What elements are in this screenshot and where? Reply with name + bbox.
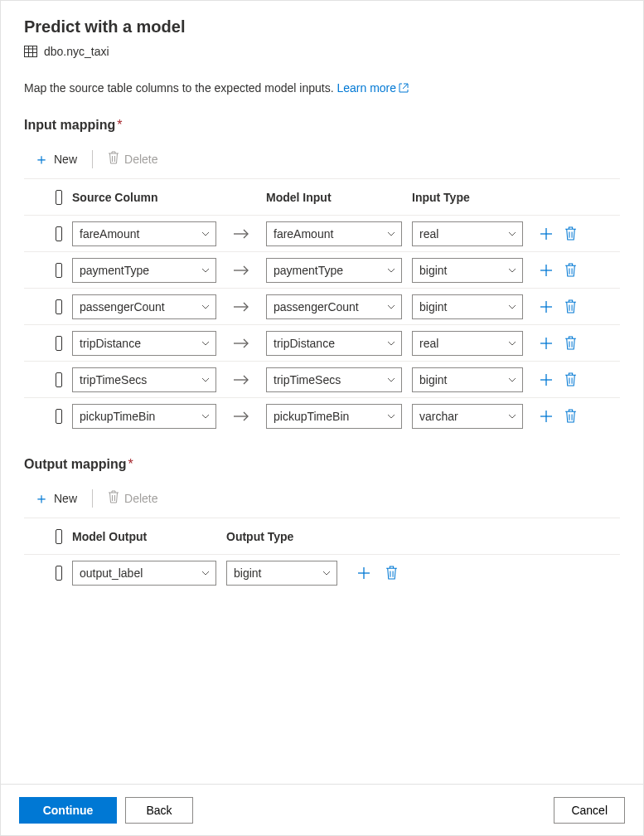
add-row-button[interactable] [540, 337, 553, 350]
input-delete-button[interactable]: Delete [101, 148, 164, 170]
table-icon [24, 46, 37, 57]
input-row: fareAmountfareAmountreal [24, 215, 620, 251]
toolbar-separator [92, 150, 93, 168]
delete-row-button[interactable] [564, 299, 577, 314]
add-row-button[interactable] [540, 410, 553, 423]
input-new-button[interactable]: ＋ New [27, 148, 84, 170]
add-row-button[interactable] [357, 566, 370, 580]
delete-row-button[interactable] [564, 226, 577, 241]
trash-icon [108, 151, 119, 167]
header-source-column: Source Column [67, 191, 221, 204]
input-type-select[interactable]: bigint [412, 258, 523, 283]
source-column-select[interactable]: pickupTimeBin [72, 404, 216, 429]
row-checkbox[interactable] [56, 409, 62, 424]
add-row-button[interactable] [540, 373, 553, 386]
model-input-select[interactable]: pickupTimeBin [266, 404, 402, 429]
model-input-select[interactable]: passengerCount [266, 294, 402, 319]
row-checkbox[interactable] [56, 263, 62, 278]
output-new-button[interactable]: ＋ New [27, 488, 84, 509]
delete-row-button[interactable] [564, 336, 577, 350]
delete-row-button[interactable] [564, 372, 577, 386]
page-title: Predict with a model [24, 17, 620, 36]
output-type-select[interactable]: bigint [226, 561, 337, 586]
svg-line-5 [403, 84, 408, 89]
delete-row-button[interactable] [385, 566, 398, 580]
external-link-icon [399, 81, 409, 95]
source-column-select[interactable]: fareAmount [72, 221, 216, 246]
model-input-select[interactable]: paymentType [266, 258, 402, 283]
source-column-select[interactable]: tripDistance [72, 331, 216, 356]
row-checkbox[interactable] [56, 226, 62, 241]
header-model-input: Model Input [261, 191, 407, 204]
source-table: dbo.nyc_taxi [24, 45, 620, 58]
input-type-select[interactable]: bigint [412, 294, 523, 319]
row-checkbox[interactable] [56, 372, 62, 387]
row-checkbox[interactable] [56, 336, 62, 351]
input-row: pickupTimeBinpickupTimeBinvarchar [24, 397, 620, 434]
delete-row-button[interactable] [564, 409, 577, 423]
arrow-icon [221, 411, 261, 422]
input-select-all-checkbox[interactable] [56, 190, 62, 205]
toolbar-separator [92, 489, 93, 508]
arrow-icon [221, 228, 261, 240]
output-delete-button[interactable]: Delete [101, 487, 164, 509]
add-row-button[interactable] [540, 227, 553, 241]
plus-icon: ＋ [34, 491, 49, 506]
source-table-name: dbo.nyc_taxi [44, 45, 109, 58]
cancel-button[interactable]: Cancel [554, 797, 625, 824]
input-row: passengerCountpassengerCountbigint [24, 288, 620, 324]
model-output-select[interactable]: output_label [72, 561, 216, 586]
svg-rect-0 [25, 46, 37, 57]
source-column-select[interactable]: passengerCount [72, 294, 216, 319]
input-type-select[interactable]: varchar [412, 404, 523, 429]
delete-row-button[interactable] [564, 263, 577, 277]
arrow-icon [221, 301, 261, 313]
arrow-icon [221, 374, 261, 386]
model-input-select[interactable]: tripTimeSecs [266, 367, 402, 392]
output-mapping-grid: Model Output Output Type output_labelbig… [24, 518, 620, 591]
input-type-select[interactable]: real [412, 331, 523, 356]
input-mapping-grid: Source Column Model Input Input Type far… [24, 178, 620, 434]
back-button[interactable]: Back [125, 797, 193, 824]
description: Map the source table columns to the expe… [24, 81, 620, 95]
add-row-button[interactable] [540, 300, 553, 314]
model-input-select[interactable]: tripDistance [266, 331, 402, 356]
output-mapping-title: Output mapping* [24, 457, 620, 472]
footer: Continue Back Cancel [1, 784, 643, 835]
input-row: paymentTypepaymentTypebigint [24, 251, 620, 288]
output-row: output_labelbigint [24, 554, 620, 591]
header-input-type: Input Type [407, 191, 528, 204]
trash-icon [108, 490, 119, 506]
add-row-button[interactable] [540, 264, 553, 277]
learn-more-link[interactable]: Learn more [337, 81, 409, 95]
header-output-type: Output Type [221, 530, 342, 543]
output-select-all-checkbox[interactable] [56, 529, 62, 544]
continue-button[interactable]: Continue [19, 797, 117, 824]
input-row: tripDistancetripDistancereal [24, 324, 620, 361]
row-checkbox[interactable] [56, 566, 62, 581]
model-input-select[interactable]: fareAmount [266, 221, 402, 246]
header-model-output: Model Output [67, 530, 221, 543]
source-column-select[interactable]: paymentType [72, 258, 216, 283]
input-type-select[interactable]: bigint [412, 367, 523, 392]
source-column-select[interactable]: tripTimeSecs [72, 367, 216, 392]
arrow-icon [221, 265, 261, 276]
row-checkbox[interactable] [56, 299, 62, 314]
input-row: tripTimeSecstripTimeSecsbigint [24, 361, 620, 397]
arrow-icon [221, 338, 261, 349]
plus-icon: ＋ [34, 152, 49, 167]
input-type-select[interactable]: real [412, 221, 523, 246]
input-mapping-title: Input mapping* [24, 118, 620, 133]
